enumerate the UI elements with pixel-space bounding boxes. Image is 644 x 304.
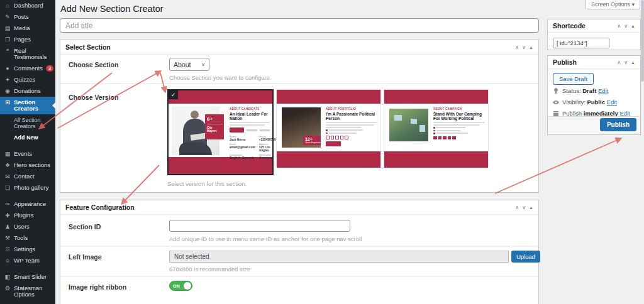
version-thumbnail-3[interactable]: ABOUT CAMPAIGN Stand With Our Camping Fo… bbox=[384, 89, 489, 167]
donations-icon: ◉ bbox=[4, 88, 11, 94]
scrollbar-thumb[interactable] bbox=[641, 0, 644, 82]
choose-section-help: Choose Section you want to configure bbox=[169, 74, 270, 81]
section-select-dropdown[interactable]: About ∨ bbox=[169, 58, 209, 71]
sidebar-item-settings[interactable]: ☰Settings bbox=[0, 244, 55, 255]
move-up-icon[interactable]: ∧ bbox=[515, 45, 519, 50]
sidebar-item-photo-gallery[interactable]: ❏Photo gallery bbox=[0, 182, 55, 193]
thumb1-tag: ABOUT CANDIDATE bbox=[230, 107, 270, 111]
sidebar-item-pages[interactable]: ❐Pages bbox=[0, 34, 55, 45]
calendar-icon bbox=[553, 111, 559, 117]
move-down-icon[interactable]: ∨ bbox=[522, 45, 526, 50]
sidebar-item-label: Appearance bbox=[14, 201, 46, 207]
thumb2-heading: I'm A Passionate Political Person bbox=[326, 112, 377, 121]
plugins-icon: ✚ bbox=[4, 212, 11, 219]
publish-button[interactable]: Publish bbox=[600, 118, 636, 131]
page-scrollbar[interactable] bbox=[641, 0, 644, 304]
section-id-label: Section ID bbox=[69, 223, 101, 231]
sidebar-item-label: Quizzes bbox=[14, 77, 35, 83]
status-text: Visibility: Public Edit bbox=[562, 99, 617, 106]
sidebar-item-posts[interactable]: ✎Posts bbox=[0, 11, 55, 23]
sidebar-item-real-testimonials[interactable]: ❝Real Testimonials bbox=[0, 45, 55, 63]
sidebar-item-label: Dashboard bbox=[14, 3, 43, 9]
sidebar-item-label: Plugins bbox=[14, 212, 33, 219]
collapse-panel-icon[interactable]: ▲ bbox=[631, 60, 635, 65]
publish-title: Publish bbox=[553, 58, 577, 66]
sidebar-item-label: Settings bbox=[14, 246, 35, 252]
post-title-input[interactable] bbox=[60, 18, 539, 33]
choose-version-help: Select version for this section. bbox=[167, 180, 247, 187]
contact-field: Emailemail@gmail.com bbox=[230, 143, 255, 152]
pages-icon: ❐ bbox=[4, 36, 11, 43]
eye-icon bbox=[553, 99, 559, 106]
version-thumbnail-2[interactable]: 12+ Years Experience ABOUT PORTFOLIO I'm… bbox=[276, 89, 381, 167]
sidebar-item-users[interactable]: ♟Users bbox=[0, 221, 55, 232]
sidebar-item-quizzes[interactable]: ✦Quizzes bbox=[0, 74, 55, 85]
collapse-panel-icon[interactable]: ▲ bbox=[529, 205, 533, 210]
quizzes-icon: ✦ bbox=[4, 77, 11, 83]
shortcode-value[interactable]: [ id="2134"] bbox=[553, 38, 609, 48]
thumb2-tag: ABOUT PORTFOLIO bbox=[326, 107, 377, 111]
version-thumbnail-1[interactable]: ✓ 6+ City Mayors ABOUT CANDIDATE An Idea… bbox=[167, 89, 274, 175]
sidebar-item-dashboard[interactable]: ⌂Dashboard bbox=[0, 0, 55, 11]
upload-button[interactable]: Upload bbox=[511, 251, 540, 263]
page-title: Add New Section Creator bbox=[60, 4, 164, 14]
edit-link[interactable]: Edit bbox=[598, 87, 608, 94]
sidebar-item-label: Photo gallery bbox=[14, 185, 48, 191]
mail-icon: ✉ bbox=[4, 173, 11, 180]
gear-icon: ⚙ bbox=[4, 285, 11, 291]
move-up-icon[interactable]: ∧ bbox=[515, 205, 519, 210]
collapse-panel-icon[interactable]: ▲ bbox=[631, 24, 635, 28]
sidebar-item-media[interactable]: ▤Media bbox=[0, 23, 55, 34]
left-image-field[interactable]: Not selected bbox=[169, 251, 509, 263]
save-draft-button[interactable]: Save Draft bbox=[553, 73, 594, 85]
sidebar-item-label: Users bbox=[14, 224, 30, 230]
publish-status-row: Status: Draft Edit bbox=[553, 87, 636, 94]
events-icon: ▦ bbox=[4, 151, 11, 157]
sidebar-item-wp-team[interactable]: ☺WP Team bbox=[0, 255, 55, 266]
badge-count: 6+ bbox=[207, 116, 222, 122]
toggle-knob bbox=[184, 282, 191, 290]
posts-icon: ✎ bbox=[4, 14, 11, 20]
contact-field: Address125 Los Angles bbox=[259, 143, 276, 152]
slider-icon: ◧ bbox=[4, 274, 11, 280]
mayor-badge: 6+ City Mayors bbox=[205, 114, 224, 139]
users-icon: ♟ bbox=[4, 224, 11, 230]
ribbon-label: Image right ribbon bbox=[69, 283, 126, 291]
collapse-panel-icon[interactable]: ▲ bbox=[529, 45, 533, 50]
sidebar-item-appearance[interactable]: ✑Appearance bbox=[0, 198, 55, 210]
sidebar-item-tools[interactable]: ⚒Tools bbox=[0, 232, 55, 244]
screen-options-label: Screen Options bbox=[591, 1, 630, 8]
move-up-icon[interactable]: ∧ bbox=[617, 60, 621, 65]
sidebar-item-hero-sections[interactable]: ❖Hero sections bbox=[0, 160, 55, 171]
move-down-icon[interactable]: ∨ bbox=[624, 60, 628, 65]
sidebar-item-statesman-options[interactable]: ⚙Statesman Options bbox=[0, 283, 55, 300]
sidebar-item-all-section-creators[interactable]: All Section Creators bbox=[0, 114, 55, 132]
screen-options-button[interactable]: Screen Options ▾ bbox=[586, 0, 640, 9]
sidebar-item-label: WP Team bbox=[14, 258, 40, 264]
thumb3-tag: ABOUT CAMPAIGN bbox=[433, 107, 485, 111]
move-down-icon[interactable]: ∨ bbox=[624, 23, 628, 29]
select-section-title: Select Section bbox=[65, 43, 111, 51]
sidebar-item-plugins[interactable]: ✚Plugins bbox=[0, 210, 55, 221]
sidebar-item-label: Add New bbox=[14, 134, 38, 141]
selected-check-icon: ✓ bbox=[169, 90, 178, 99]
sidebar-item-label: Section Creators bbox=[14, 99, 53, 112]
sidebar-item-events[interactable]: ▦Events bbox=[0, 148, 55, 160]
sidebar-item-loco-translate[interactable]: ⊕Loco Translate bbox=[0, 300, 55, 304]
edit-link[interactable]: Edit bbox=[607, 99, 617, 106]
ribbon-toggle[interactable]: ON bbox=[169, 281, 192, 291]
move-down-icon[interactable]: ∨ bbox=[522, 205, 526, 210]
sidebar-item-label: Statesman Options bbox=[14, 285, 53, 298]
sidebar-item-comments[interactable]: ●Comments3 bbox=[0, 63, 55, 74]
comments-count-badge: 3 bbox=[46, 65, 53, 72]
left-image-label: Left Image bbox=[69, 253, 102, 261]
sidebar-item-smart-slider[interactable]: ◧Smart Slider bbox=[0, 271, 55, 283]
sidebar-item-section-creators[interactable]: ⊞Section Creators bbox=[0, 97, 55, 114]
contact-field: Phone+123456789 bbox=[259, 135, 276, 141]
sidebar-item-contact[interactable]: ✉Contact bbox=[0, 171, 55, 182]
move-up-icon[interactable]: ∧ bbox=[617, 23, 621, 29]
section-select-value: About bbox=[174, 61, 191, 68]
sidebar-item-add-new[interactable]: Add New bbox=[0, 132, 55, 143]
sidebar-item-donations[interactable]: ◉Donations bbox=[0, 85, 55, 97]
section-id-input[interactable] bbox=[169, 220, 350, 232]
